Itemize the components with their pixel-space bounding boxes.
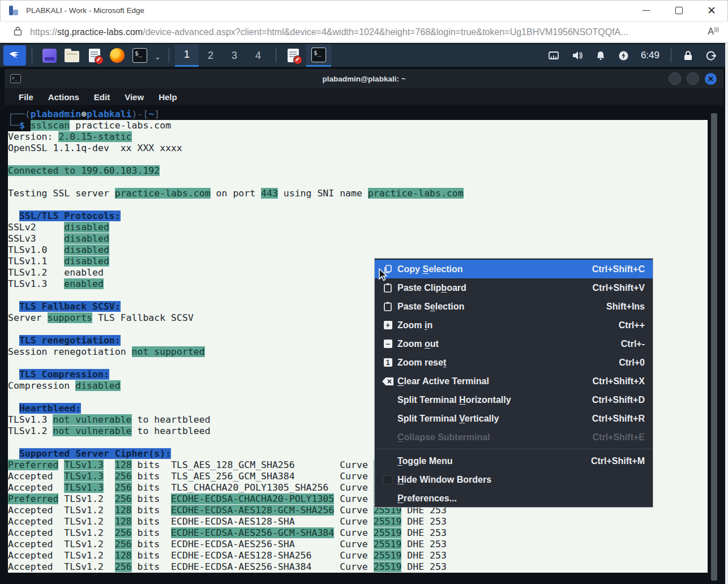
browser-title-bar: PLABKALI - Work - Microsoft Edge ✕ [0, 0, 728, 22]
terminal-minimize-button[interactable] [669, 72, 681, 85]
terminal-line: TLSv1.0 disabled [8, 244, 708, 256]
document-icon [288, 49, 299, 62]
menu-item-zoom-out[interactable]: −Zoom outCtrl+- [375, 334, 653, 353]
folder-icon [65, 51, 79, 62]
clock[interactable]: 6:49 [641, 50, 660, 61]
app-launcher-window[interactable] [40, 46, 59, 65]
terminal-line: SSLv3 disabled [8, 233, 708, 244]
menu-actions[interactable]: Actions [41, 92, 87, 102]
terminal-line: OpenSSL 1.1.1q-dev xx XXX xxxx [8, 143, 708, 154]
logout-icon[interactable] [705, 50, 716, 61]
menu-item-shortcut: Ctrl++ [619, 320, 645, 330]
terminal-line: SSL/TLS Protocols: [8, 211, 708, 222]
site-favicon [8, 5, 19, 16]
menu-file[interactable]: File [11, 92, 41, 102]
terminal-title-bar[interactable]: >_ plabadmin@plabkali: ~ ✕ [5, 69, 723, 88]
workspace-1-label: 1 [184, 49, 190, 61]
terminal-line [8, 199, 708, 211]
window-app-icon [42, 49, 57, 63]
menu-item-split-terminal-vertically[interactable]: Split Terminal VerticallyCtrl+Shift+R [375, 409, 653, 428]
menu-help[interactable]: Help [151, 92, 185, 102]
menu-item-split-terminal-horizontally[interactable]: Split Terminal HorizontallyCtrl+Shift+D [375, 390, 653, 409]
taskbar-separator [276, 48, 276, 63]
lock-icon[interactable] [14, 26, 22, 38]
menu-view[interactable]: View [117, 92, 151, 102]
workspace-1[interactable]: 1 [175, 44, 199, 67]
zoom-one-icon: 1 [380, 358, 395, 367]
terminal-line: └─$ sslscan practice-labs.com [8, 120, 708, 131]
terminal-maximize-button[interactable] [687, 72, 699, 85]
remote-desktop: $_ ⌄ 1 2 3 4 $_ 6:49 [0, 43, 728, 584]
read-aloud-icon[interactable]: A))) [708, 27, 719, 37]
terminal-line: Accepted TLSv1.2 256 bits ECDHE-ECDSA-AE… [8, 561, 708, 573]
menu-item-paste-clipboard[interactable]: Paste ClipboardCtrl+Shift+V [375, 278, 653, 297]
menu-item-zoom-in[interactable]: +Zoom inCtrl++ [375, 316, 653, 334]
menu-item-copy-selection[interactable]: Copy SelectionCtrl+Shift+C [375, 260, 653, 278]
kali-menu-button[interactable] [3, 45, 26, 66]
restricted-badge-icon [293, 55, 302, 65]
firefox-launcher[interactable] [108, 46, 127, 65]
maximize-button[interactable] [662, 0, 695, 21]
menu-item-toggle-menu[interactable]: Toggle MenuCtrl+Shift+M [375, 452, 653, 470]
terminal-line: Version: 2.0.15-static [8, 131, 708, 143]
menu-item-zoom-reset[interactable]: 1Zoom resetCtrl+0 [375, 353, 653, 372]
terminal-launcher[interactable]: $_ [130, 46, 149, 65]
menu-item-label: Toggle Menu [397, 456, 452, 466]
menu-item-shortcut: Ctrl+Shift+D [592, 395, 645, 405]
volume-icon[interactable] [572, 50, 583, 61]
workspace-2[interactable]: 2 [199, 44, 222, 67]
chevron-down-icon[interactable]: ⌄ [155, 53, 161, 61]
clear-icon [380, 377, 395, 385]
menu-item-label: Zoom out [397, 339, 439, 349]
menu-item-label: Zoom in [397, 320, 432, 330]
menu-item-paste-selection[interactable]: Paste SelectionShift+Ins [375, 297, 653, 316]
kali-dragon-icon [8, 49, 22, 62]
task-document-app[interactable] [284, 46, 303, 65]
terminal-line: Testing SSL server practice-labs.com on … [8, 188, 708, 199]
browser-window-controls: ✕ [629, 0, 728, 21]
terminal-line: Connected to 199.60.103.192 [8, 165, 708, 177]
terminal-scrollbar[interactable] [711, 113, 717, 581]
terminal-window-title: plabadmin@plabkali: ~ [5, 75, 723, 83]
kali-taskbar: $_ ⌄ 1 2 3 4 $_ 6:49 [0, 44, 725, 67]
network-icon[interactable] [548, 51, 559, 60]
menu-item-shortcut: Ctrl+Shift+C [592, 264, 645, 274]
menu-item-label: Preferences... [397, 493, 457, 504]
workspace-4[interactable]: 4 [246, 44, 270, 67]
close-icon: ✕ [707, 4, 716, 17]
power-manager-icon[interactable] [618, 50, 629, 61]
notifications-bell-icon[interactable] [596, 50, 606, 61]
menu-item-hide-window-borders[interactable]: Hide Window Borders [375, 470, 653, 489]
minimize-icon [643, 10, 650, 11]
taskbar-separator [169, 48, 169, 63]
firefox-icon [110, 48, 125, 63]
workspace-3[interactable]: 3 [222, 44, 246, 67]
task-terminal-window[interactable]: $_ [306, 44, 331, 67]
close-button[interactable]: ✕ [695, 0, 728, 21]
menu-item-label: Split Terminal Horizontally [397, 395, 511, 405]
lock-screen-icon[interactable] [683, 50, 693, 61]
menu-item-preferences[interactable]: Preferences... [375, 489, 653, 508]
file-manager-launcher[interactable] [62, 46, 82, 65]
mouse-cursor [377, 268, 389, 285]
terminal-line: Accepted TLSv1.2 128 bits ECDHE-ECDSA-AE… [8, 550, 708, 561]
clipboard-icon [380, 302, 395, 311]
text-editor-launcher[interactable] [85, 46, 104, 65]
menu-item-label: Collapse Subterminal [397, 432, 490, 443]
menu-item-shortcut: Ctrl+Shift+E [593, 432, 645, 443]
menu-item-shortcut: Ctrl+0 [619, 358, 645, 368]
taskbar-separator [671, 48, 671, 63]
minimize-button[interactable] [629, 0, 662, 21]
menu-item-shortcut: Ctrl+Shift+X [593, 376, 645, 387]
menu-item-label: Paste Selection [397, 302, 464, 312]
terminal-icon: $_ [132, 48, 147, 63]
menu-item-clear-active-terminal[interactable]: Clear Active TerminalCtrl+Shift+X [375, 372, 653, 390]
address-input[interactable]: https://stg.practice-labs.com/device-adv… [30, 27, 628, 37]
taskbar-separator [32, 48, 32, 63]
terminal-line: Accepted TLSv1.2 128 bits ECDHE-ECDSA-AE… [8, 516, 708, 527]
menu-item-label: Hide Window Borders [397, 475, 491, 485]
menu-item-label: Copy Selection [397, 264, 463, 274]
menu-item-label: Split Terminal Vertically [397, 414, 499, 424]
menu-edit[interactable]: Edit [87, 92, 117, 102]
terminal-close-button[interactable]: ✕ [705, 73, 717, 85]
